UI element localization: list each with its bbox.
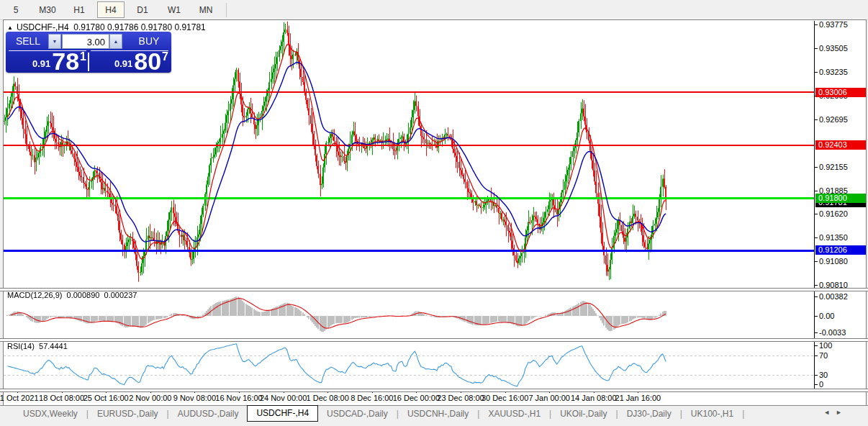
macd-main-value: 0.000890: [67, 291, 100, 299]
chart-tab-eurusd-daily[interactable]: EURUSD-,Daily: [89, 407, 167, 421]
price-tick-label: 0.93505: [819, 44, 848, 53]
date-label: 9 Nov 08:00: [173, 394, 216, 402]
price-tick-mark: [814, 119, 818, 120]
timeframe-button-m30[interactable]: M30: [34, 1, 61, 18]
chart-tab-dj30-daily[interactable]: DJ30-,Daily: [618, 407, 680, 421]
timeframe-button-mn[interactable]: MN: [192, 1, 220, 18]
chart-tab-bar: USDX,Weekly|EURUSD-,Daily|AUDUSD-,DailyU…: [0, 405, 868, 426]
date-label: 25 Oct 16:00: [83, 394, 129, 402]
price-tick-label: 0.92155: [819, 163, 848, 171]
timeframe-toolbar: 5M30H1H4D1W1MN: [0, 0, 868, 20]
timeframe-button-d1[interactable]: D1: [129, 1, 156, 18]
sell-price-prefix: 0.91: [32, 58, 50, 69]
price-divider: [88, 53, 89, 71]
date-label: 8 Dec 16:00: [351, 394, 393, 402]
date-label: 18 Oct 08:00: [39, 394, 84, 402]
buy-button[interactable]: BUY: [127, 35, 171, 47]
price-tick-label: 0.92695: [819, 115, 848, 124]
price-tick-label: 0.91080: [819, 257, 848, 266]
chart-tab-uk100-h1[interactable]: UK100-,H1: [682, 407, 742, 421]
rsi-tick-label: 30: [819, 371, 828, 379]
price-tick-label: 0.93235: [819, 68, 848, 76]
rsi-label: RSI(14) 57.4441: [7, 342, 68, 350]
date-label: 16 Nov 16:00: [215, 394, 262, 402]
macd-tick-mark: [814, 296, 818, 297]
chart-symbol-label: USDCHF-,H4: [17, 22, 69, 32]
macd-tick-mark: [814, 316, 818, 317]
macd-signal-value: 0.000237: [104, 291, 137, 299]
macd-tick-label: -0.0033: [819, 328, 846, 337]
level-price-badge: 0.93006: [815, 88, 866, 97]
rsi-tick-mark: [814, 345, 818, 346]
macd-tick-label: 0.00: [819, 312, 834, 320]
volume-increase-button[interactable]: ▲: [109, 34, 122, 49]
price-tick-mark: [814, 214, 818, 214]
price-tick-label: 0.91350: [819, 233, 848, 242]
rsi-value: 57.4441: [39, 342, 68, 350]
rsi-tick-label: 0: [819, 380, 823, 389]
sell-price-big: 78: [52, 52, 79, 71]
date-label: 2 Nov 00:00: [129, 394, 171, 402]
level-price-badge: 0.91206: [815, 245, 866, 255]
one-click-trade-panel: SELL BUY ▼ 3.00 ▲ 0.91 78 1 0.91 80 7: [6, 32, 171, 73]
date-label: 14 Jan 08:00: [571, 394, 617, 402]
tab-scroll-right-icon[interactable]: ►: [836, 409, 848, 416]
level-price-badge: 0.92403: [815, 140, 866, 150]
chart-tab-usdchf-h4[interactable]: USDCHF-,H4: [247, 405, 318, 422]
chart-window-title: ▲USDCHF-,H4 0.91780 0.91786 0.91780 0.91…: [7, 22, 206, 32]
volume-input[interactable]: 3.00: [62, 34, 109, 49]
chart-tab-ukoil-daily[interactable]: UKOil-,Daily: [551, 407, 615, 421]
buy-price-big: 80: [134, 52, 161, 71]
date-label: 21 Jan 16:00: [615, 394, 661, 402]
rsi-tick-mark: [814, 384, 818, 385]
macd-tick-label: 0.00382: [819, 292, 848, 301]
price-tick-mark: [814, 285, 818, 286]
timeframe-button-w1[interactable]: W1: [161, 1, 188, 18]
buy-price-prefix: 0.91: [114, 58, 132, 69]
macd-rsi-separator[interactable]: [0, 338, 868, 342]
buy-price[interactable]: 0.91 80 7: [92, 52, 168, 71]
timeframe-button-h4[interactable]: H4: [97, 1, 125, 18]
rsi-tick-mark: [814, 375, 818, 376]
tab-separator: |: [742, 409, 744, 419]
sell-price[interactable]: 0.91 78 1: [10, 52, 86, 71]
macd-tick-mark: [814, 332, 818, 333]
timeframe-button-h1[interactable]: H1: [65, 1, 93, 18]
collapse-triangle-icon[interactable]: ▲: [7, 24, 13, 31]
price-tick-mark: [814, 24, 818, 25]
rsi-tick-label: 100: [819, 341, 832, 350]
sell-button[interactable]: SELL: [6, 35, 50, 47]
sell-price-pip: 1: [80, 50, 86, 63]
timeframe-button-5[interactable]: 5: [2, 1, 30, 18]
date-label: 1 Dec 08:00: [307, 394, 349, 402]
date-label: 24 Nov 00:00: [260, 394, 307, 402]
rsi-name: RSI(14): [7, 342, 35, 350]
date-label: 30 Dec 16:00: [482, 394, 528, 402]
chart-tab-usdcad-daily[interactable]: USDCAD-,Daily: [318, 407, 397, 421]
price-tick-label: 0.91620: [819, 209, 848, 218]
buy-price-pip: 7: [162, 50, 168, 63]
price-tick-mark: [814, 191, 818, 191]
chart-tab-usdx-weekly[interactable]: USDX,Weekly: [14, 407, 86, 421]
price-tick-mark: [814, 237, 818, 238]
price-tick-mark: [814, 48, 818, 49]
chart-ohlc-values: 0.91780 0.91786 0.91780 0.91781: [73, 22, 206, 32]
date-label: 16 Dec 00:00: [393, 394, 440, 402]
toolbar-separator: [226, 3, 227, 17]
macd-label: MACD(12,26,9) 0.000890 0.000237: [7, 291, 137, 299]
level-price-badge: 0.91800: [815, 194, 866, 203]
price-chart-canvas[interactable]: [4, 21, 814, 389]
rsi-tick-mark: [814, 355, 818, 356]
rsi-dates-separator: [0, 389, 868, 392]
rsi-tick-label: 70: [819, 351, 828, 360]
tab-scroll-left-icon[interactable]: ◄: [823, 409, 836, 416]
price-tick-mark: [814, 72, 818, 73]
volume-decrease-button[interactable]: ▼: [48, 34, 61, 49]
arrow-down-icon: ▼: [53, 39, 58, 44]
chart-tab-usdcnh-daily[interactable]: USDCNH-,Daily: [399, 407, 477, 421]
chart-tab-xauusd-h1[interactable]: XAUUSD-,H1: [479, 407, 549, 421]
price-axis-border: [814, 21, 815, 389]
chart-tab-audusd-daily[interactable]: AUDUSD-,Daily: [169, 407, 248, 421]
price-tick-label: 0.93775: [819, 20, 848, 29]
arrow-up-icon: ▲: [114, 39, 119, 44]
